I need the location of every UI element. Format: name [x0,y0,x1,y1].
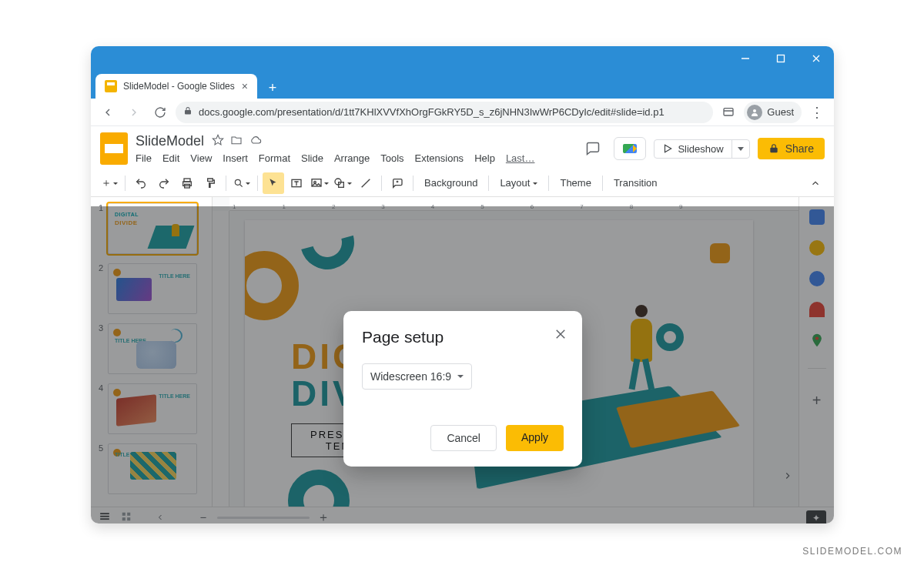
meet-button[interactable] [614,137,646,160]
menu-bar: File Edit View Insert Format Slide Arran… [136,152,534,164]
url-text: docs.google.com/presentation/d/1tt7KHlXV… [199,106,665,118]
slides-app: SlideModel File Edit View Insert Format … [91,126,834,523]
profile-label: Guest [767,106,794,118]
dialog-title: Page setup [362,328,564,346]
dialog-close-button[interactable] [550,323,571,345]
background-button[interactable]: Background [418,174,484,192]
document-title[interactable]: SlideModel [136,133,204,149]
collapse-toolbar-button[interactable] [805,172,826,194]
cancel-button[interactable]: Cancel [430,425,497,451]
watermark: SLIDEMODEL.COM [802,546,902,557]
share-button[interactable]: Share [758,138,825,159]
nav-reload-button[interactable] [149,102,171,123]
slideshow-dropdown[interactable] [732,140,749,158]
page-size-value: Widescreen 16:9 [370,370,451,383]
browser-window: SlideModel - Google Slides × + docs.goog… [91,46,834,523]
os-titlebar [91,46,834,71]
address-bar[interactable]: docs.google.com/presentation/d/1tt7KHlXV… [176,102,713,123]
profile-chip[interactable]: Guest [744,102,802,123]
menu-arrange[interactable]: Arrange [334,152,370,164]
nav-back-button[interactable] [97,102,119,123]
menu-insert[interactable]: Insert [223,152,248,164]
apply-button[interactable]: Apply [506,425,564,451]
menu-slide[interactable]: Slide [301,152,323,164]
chrome-menu-button[interactable]: ⋮ [806,102,828,123]
print-button[interactable] [176,172,198,194]
menu-format[interactable]: Format [259,152,290,164]
theme-button[interactable]: Theme [554,174,597,192]
line-tool[interactable] [355,172,377,194]
new-slide-button[interactable]: ＋ [99,172,120,194]
tab-strip: SlideModel - Google Slides × + [91,71,834,99]
window-minimize-button[interactable] [728,46,763,71]
svg-point-6 [753,109,756,112]
image-tool[interactable] [309,172,330,194]
slideshow-button-group: Slideshow [654,139,749,159]
redo-button[interactable] [153,172,175,194]
layout-button[interactable]: Layout [494,174,544,192]
menu-tools[interactable]: Tools [380,152,403,164]
textbox-tool[interactable] [286,172,307,194]
svg-marker-9 [738,147,744,151]
menu-help[interactable]: Help [474,152,495,164]
menu-edit[interactable]: Edit [162,152,179,164]
cloud-status-icon[interactable] [249,134,263,149]
paint-format-button[interactable] [199,172,221,194]
star-icon[interactable] [212,134,224,149]
menu-file[interactable]: File [136,152,152,164]
slideshow-label: Slideshow [678,143,723,155]
play-icon [662,143,673,154]
menu-view[interactable]: View [190,152,212,164]
page-size-select[interactable]: Widescreen 16:9 [362,363,472,390]
svg-point-13 [235,179,240,185]
avatar-icon [747,105,762,120]
last-edit-link[interactable]: Last… [506,152,535,164]
browser-toolbar: docs.google.com/presentation/d/1tt7KHlXV… [91,99,834,126]
share-label: Share [785,142,814,155]
close-icon [554,327,567,341]
slides-logo-icon[interactable] [100,132,128,165]
svg-line-20 [362,179,370,187]
app-header: SlideModel File Edit View Insert Format … [91,126,834,165]
page-setup-dialog: Page setup Widescreen 16:9 Cancel Apply [343,311,582,467]
svg-rect-4 [724,108,733,115]
tab-title: SlideModel - Google Slides [123,81,235,92]
install-app-icon[interactable] [718,102,739,123]
svg-marker-8 [665,145,671,152]
window-maximize-button[interactable] [763,46,798,71]
tab-close-button[interactable]: × [242,81,248,92]
zoom-button[interactable] [231,172,253,194]
comment-tool[interactable] [387,172,408,194]
transition-button[interactable]: Transition [608,174,664,192]
new-tab-button[interactable]: + [262,77,283,99]
slideshow-button[interactable]: Slideshow [654,140,731,158]
browser-tab[interactable]: SlideModel - Google Slides × [95,74,257,99]
slides-favicon-icon [105,80,117,92]
comments-button[interactable] [580,135,606,162]
lock-icon [183,106,192,118]
svg-marker-7 [213,135,223,145]
shape-tool[interactable] [332,172,353,194]
nav-forward-button[interactable] [123,102,145,123]
svg-line-14 [240,184,243,186]
svg-rect-1 [778,55,785,62]
select-tool[interactable] [263,172,284,194]
menu-extensions[interactable]: Extensions [415,152,464,164]
move-icon[interactable] [230,134,243,149]
toolbar: ＋ Background Layout Theme Transition [91,169,834,197]
undo-button[interactable] [130,172,152,194]
lock-icon [768,143,779,154]
meet-icon [623,144,637,153]
window-close-button[interactable] [798,46,834,71]
